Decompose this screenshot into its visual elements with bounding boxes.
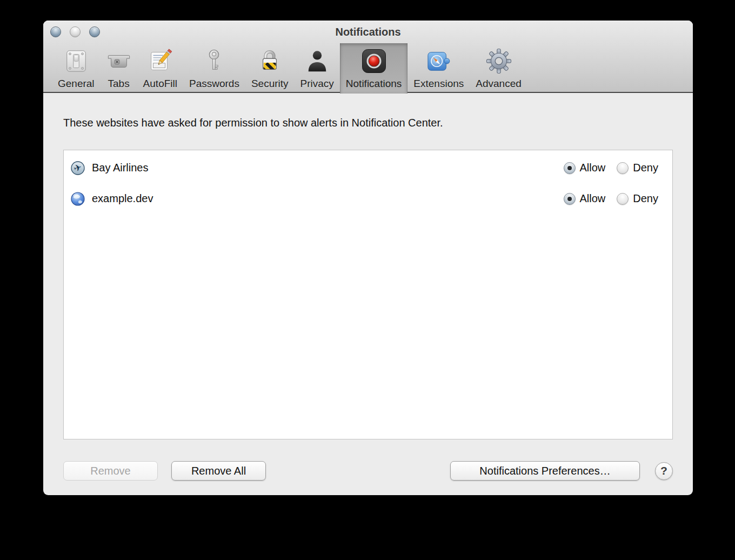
- key-icon: [202, 46, 226, 76]
- site-name: example.dev: [92, 192, 153, 205]
- preferences-toolbar: General Tabs: [43, 43, 693, 94]
- allow-radio[interactable]: [564, 193, 576, 205]
- window-title: Notifications: [335, 26, 400, 38]
- window-chrome: Notifications: [43, 21, 693, 93]
- tab-security-label: Security: [251, 78, 289, 90]
- permission-radio-area: Allow Deny: [564, 192, 659, 205]
- tab-icon: [106, 46, 131, 76]
- remove-button[interactable]: Remove: [63, 461, 158, 481]
- zoom-button[interactable]: [89, 26, 100, 37]
- globe-favicon: [71, 192, 85, 206]
- safari-preferences-window: Notifications: [43, 21, 693, 495]
- permission-radio-area: Allow Deny: [564, 162, 659, 174]
- tab-passwords[interactable]: Passwords: [183, 43, 245, 94]
- record-dot-icon: [361, 46, 387, 76]
- tab-security[interactable]: Security: [245, 43, 295, 94]
- tab-extensions-label: Extensions: [413, 78, 464, 90]
- tab-tabs[interactable]: Tabs: [101, 43, 137, 94]
- tab-notifications-label: Notifications: [346, 78, 402, 90]
- tab-extensions[interactable]: Extensions: [407, 43, 470, 94]
- tab-advanced[interactable]: Advanced: [470, 43, 527, 94]
- site-name: Bay Airlines: [92, 162, 149, 174]
- allow-option[interactable]: Allow: [564, 162, 606, 174]
- help-button[interactable]: ?: [655, 462, 673, 480]
- tab-tabs-label: Tabs: [108, 78, 130, 90]
- gear-icon: [486, 46, 512, 76]
- light-switch-icon: [64, 46, 89, 76]
- deny-radio[interactable]: [617, 162, 629, 174]
- title-bar[interactable]: Notifications: [43, 21, 693, 43]
- allow-option[interactable]: Allow: [564, 192, 606, 205]
- person-icon: [305, 46, 330, 76]
- deny-label: Deny: [633, 192, 658, 205]
- tab-advanced-label: Advanced: [476, 78, 522, 90]
- footer-bar: Remove Remove All Notifications Preferen…: [63, 459, 673, 482]
- allow-radio[interactable]: [564, 162, 576, 174]
- allow-label: Allow: [580, 162, 606, 174]
- website-row[interactable]: ✈ Bay Airlines Allow Deny: [64, 152, 672, 183]
- tab-general[interactable]: General: [52, 43, 101, 94]
- notifications-preferences-button[interactable]: Notifications Preferences…: [450, 461, 640, 481]
- tab-general-label: General: [58, 78, 95, 90]
- deny-option[interactable]: Deny: [617, 192, 658, 205]
- deny-radio[interactable]: [617, 193, 629, 205]
- remove-all-button[interactable]: Remove All: [171, 461, 266, 481]
- tab-privacy[interactable]: Privacy: [295, 43, 340, 94]
- traffic-lights: [50, 26, 100, 37]
- websites-list: ✈ Bay Airlines Allow Deny: [63, 150, 673, 439]
- tab-notifications[interactable]: Notifications: [340, 43, 408, 94]
- padlock-icon: [257, 46, 282, 76]
- tab-autofill[interactable]: AutoFill: [137, 43, 183, 94]
- allow-label: Allow: [580, 192, 606, 205]
- minimize-button[interactable]: [70, 26, 81, 37]
- deny-label: Deny: [633, 162, 658, 174]
- tab-autofill-label: AutoFill: [143, 78, 177, 90]
- airplane-favicon: ✈: [71, 161, 85, 175]
- pencil-form-icon: [148, 46, 172, 76]
- tab-privacy-label: Privacy: [300, 78, 334, 90]
- pane-description: These websites have asked for permission…: [63, 117, 443, 129]
- puzzle-compass-icon: [426, 46, 452, 76]
- deny-option[interactable]: Deny: [617, 162, 658, 174]
- website-row[interactable]: example.dev Allow Deny: [64, 183, 672, 214]
- close-button[interactable]: [50, 26, 61, 37]
- tab-passwords-label: Passwords: [189, 78, 239, 90]
